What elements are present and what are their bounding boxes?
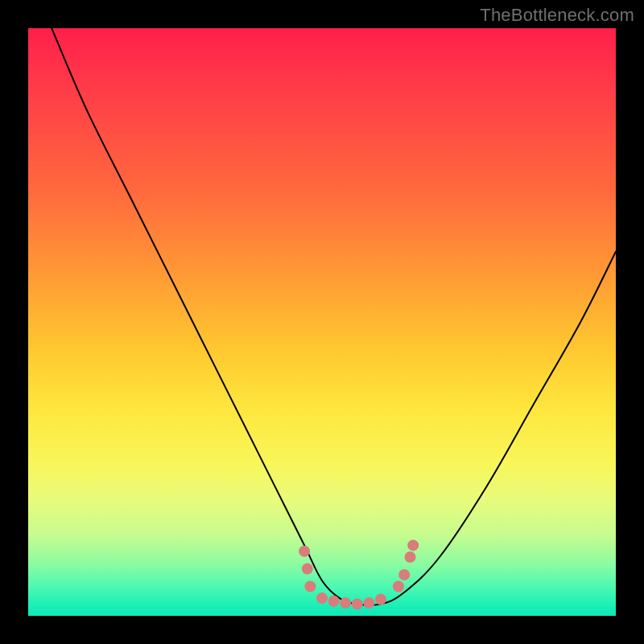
highlight-dot bbox=[352, 598, 363, 609]
highlight-dot bbox=[393, 581, 404, 592]
plot-area bbox=[28, 28, 616, 616]
highlight-dot bbox=[340, 597, 351, 609]
highlight-dot bbox=[316, 592, 328, 604]
highlight-dot bbox=[407, 539, 419, 551]
highlight-dot bbox=[363, 597, 374, 609]
highlight-dot bbox=[375, 594, 386, 605]
highlight-dot bbox=[405, 551, 416, 563]
chart-stage: TheBottleneck.com bbox=[0, 0, 644, 644]
highlight-dot bbox=[299, 546, 310, 557]
highlight-dot bbox=[328, 596, 340, 607]
watermark-text: TheBottleneck.com bbox=[480, 5, 634, 26]
curve-layer bbox=[28, 28, 616, 616]
bottleneck-curve bbox=[52, 28, 616, 605]
highlight-dot bbox=[304, 581, 316, 592]
highlight-dots bbox=[299, 539, 419, 609]
highlight-dot bbox=[302, 564, 313, 575]
highlight-dot bbox=[398, 569, 410, 580]
